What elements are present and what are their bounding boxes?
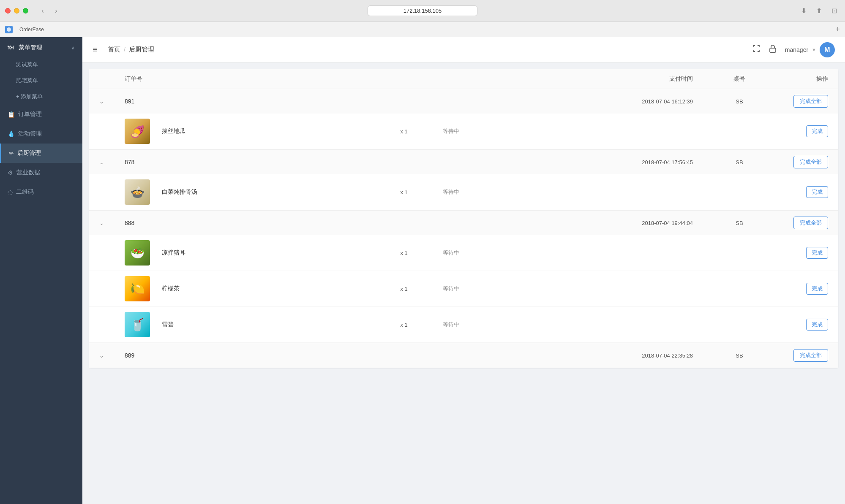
sidebar-menu-management[interactable]: 🍽 菜单管理 ∧ [0, 37, 82, 57]
sidebar-group-menu: 🍽 菜单管理 ∧ 测试菜单 肥宅菜单 + 添加菜单 [0, 37, 82, 105]
sidebar-item-business-data[interactable]: ⚙ 营业数据 [0, 163, 82, 182]
item-888-0-name: 凉拌猪耳 [158, 249, 401, 257]
item-888-1-status: 等待中 [443, 285, 527, 293]
svg-point-0 [7, 27, 11, 32]
mac-toolbar-actions: ⬇ ⬆ ⊡ [798, 5, 840, 17]
order-878-ops: 完成全部 [769, 156, 828, 168]
sidebar-item-activity-management[interactable]: 💧 活动管理 [0, 124, 82, 144]
item-888-1-name: 柠檬茶 [158, 285, 401, 293]
item-878-0-qty: x 1 [401, 189, 443, 195]
download-icon[interactable]: ⬇ [798, 5, 810, 17]
col-header-order-no: 订单号 [125, 75, 600, 83]
back-button[interactable]: ‹ [37, 5, 49, 17]
breadcrumb-home[interactable]: 首页 [108, 46, 120, 54]
order-891-header[interactable]: ⌄ 891 2018-07-04 16:12:39 SB 完成全部 [89, 89, 838, 114]
order-878-time: 2018-07-04 17:56:45 [600, 159, 710, 165]
item-888-2-qty: x 1 [401, 322, 443, 328]
item-888-2-status: 等待中 [443, 321, 527, 328]
item-878-0-name: 白菜炖排骨汤 [158, 188, 401, 196]
tab-favicon [5, 26, 13, 33]
new-tab-button[interactable]: + [835, 25, 840, 34]
order-891-ops: 完成全部 [769, 95, 828, 108]
order-889-chevron: ⌄ [99, 352, 125, 359]
app-container: 🍽 菜单管理 ∧ 测试菜单 肥宅菜单 + 添加菜单 📋 订单管理 💧 活动管理 … [0, 37, 845, 504]
order-888-item-1: 🍋 柠檬茶 x 1 等待中 完成 [89, 271, 838, 307]
order-891-complete-all-button[interactable]: 完成全部 [793, 95, 828, 108]
topbar: ≡ 首页 / 后厨管理 [82, 37, 845, 62]
url-bar[interactable]: 172.18.158.105 [368, 5, 477, 16]
order-878-id: 878 [125, 159, 600, 165]
sidebar-item-qrcode[interactable]: ◌ 二维码 [0, 182, 82, 202]
topbar-right: manager ▼ M [752, 42, 835, 57]
col-header-pay-time: 支付时间 [600, 75, 710, 83]
item-878-0-complete-button[interactable]: 完成 [806, 186, 828, 198]
close-button[interactable] [5, 8, 11, 14]
user-menu[interactable]: manager ▼ M [785, 42, 835, 57]
item-888-0-complete-button[interactable]: 完成 [806, 247, 828, 259]
order-888-time: 2018-07-04 19:44:04 [600, 220, 710, 226]
item-891-0-complete-button[interactable]: 完成 [806, 125, 828, 137]
order-888-chevron: ⌄ [99, 220, 125, 226]
order-889-complete-all-button[interactable]: 完成全部 [793, 349, 828, 362]
sidebar-item-add-menu[interactable]: + 添加菜单 [0, 89, 82, 105]
order-878-header[interactable]: ⌄ 878 2018-07-04 17:56:45 SB 完成全部 [89, 150, 838, 174]
item-888-1-image: 🍋 [125, 276, 150, 301]
user-avatar: M [820, 42, 835, 57]
item-888-1-complete-button[interactable]: 完成 [806, 283, 828, 295]
menu-management-chevron: ∧ [71, 45, 75, 51]
minimize-button[interactable] [14, 8, 19, 14]
fullscreen-button[interactable] [752, 44, 760, 55]
order-889-header[interactable]: ⌄ 889 2018-07-04 22:35:28 SB 完成全部 [89, 343, 838, 368]
order-891-time: 2018-07-04 16:12:39 [600, 98, 710, 105]
main-content: ≡ 首页 / 后厨管理 [82, 37, 845, 504]
sidebar-item-feizhai-menu[interactable]: 肥宅菜单 [0, 73, 82, 89]
order-878-complete-all-button[interactable]: 完成全部 [793, 156, 828, 168]
order-888-item-0: 🥗 凉拌猪耳 x 1 等待中 完成 [89, 235, 838, 271]
svg-rect-1 [770, 48, 776, 52]
mac-nav: ‹ › [37, 5, 62, 17]
mac-titlebar: ‹ › 172.18.158.105 ⬇ ⬆ ⊡ [0, 0, 845, 22]
order-889-ops: 完成全部 [769, 349, 828, 362]
order-row-878: ⌄ 878 2018-07-04 17:56:45 SB 完成全部 🍲 白菜炖排… [89, 150, 838, 211]
sidebar-item-order-management[interactable]: 📋 订单管理 [0, 105, 82, 124]
new-tab-icon[interactable]: ⊡ [828, 5, 840, 17]
item-891-0-name: 拔丝地瓜 [158, 127, 401, 135]
item-888-0-qty: x 1 [401, 250, 443, 256]
kitchen-management-icon: ✏ [9, 150, 14, 157]
sidebar-item-test-menu[interactable]: 测试菜单 [0, 57, 82, 73]
item-891-0-status: 等待中 [443, 127, 527, 135]
order-891-table: SB [710, 98, 769, 105]
mac-window-controls [5, 8, 28, 14]
breadcrumb-separator: / [124, 46, 125, 53]
order-row-888: ⌄ 888 2018-07-04 19:44:04 SB 完成全部 🥗 凉拌猪耳… [89, 211, 838, 343]
sidebar-item-kitchen-management[interactable]: ✏ 后厨管理 [0, 144, 82, 163]
url-text: 172.18.158.105 [403, 8, 442, 14]
orders-table-container: 订单号 支付时间 桌号 操作 ⌄ 891 2018-07-04 16:12:39… [89, 69, 838, 368]
order-management-icon: 📋 [8, 111, 15, 118]
user-name: manager [785, 46, 808, 53]
lock-button[interactable] [769, 44, 777, 55]
order-878-item-0: 🍲 白菜炖排骨汤 x 1 等待中 完成 [89, 174, 838, 210]
share-icon[interactable]: ⬆ [813, 5, 825, 17]
menu-management-icon: 🍽 [8, 44, 14, 51]
item-888-1-qty: x 1 [401, 286, 443, 292]
item-878-0-ops: 完成 [769, 186, 828, 198]
forward-button[interactable]: › [50, 5, 62, 17]
order-891-chevron: ⌄ [99, 98, 125, 105]
order-888-header[interactable]: ⌄ 888 2018-07-04 19:44:04 SB 完成全部 [89, 211, 838, 235]
business-data-label: 营业数据 [16, 169, 40, 176]
order-889-table: SB [710, 352, 769, 359]
order-891-item-0: 🍠 拔丝地瓜 x 1 等待中 完成 [89, 114, 838, 149]
breadcrumb-current: 后厨管理 [129, 46, 154, 54]
item-888-2-complete-button[interactable]: 完成 [806, 319, 828, 331]
maximize-button[interactable] [23, 8, 28, 14]
tab-label[interactable]: OrderEase [19, 27, 44, 33]
kitchen-management-label: 后厨管理 [17, 149, 41, 157]
breadcrumb: 首页 / 后厨管理 [108, 46, 154, 54]
hamburger-menu-button[interactable]: ≡ [93, 45, 98, 54]
order-management-label: 订单管理 [18, 111, 42, 118]
order-888-complete-all-button[interactable]: 完成全部 [793, 217, 828, 229]
item-878-0-status: 等待中 [443, 188, 527, 196]
col-header-expand [99, 75, 125, 83]
business-data-icon: ⚙ [8, 169, 13, 176]
